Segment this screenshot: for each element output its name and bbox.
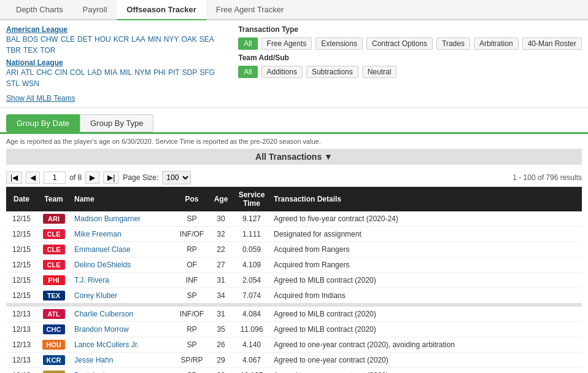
tx-type-btn-5[interactable]: Arbitration	[474, 37, 519, 50]
cell-name[interactable]: Charlie Culberson	[71, 305, 175, 322]
team-badge: ARI	[43, 214, 65, 224]
american-league-label[interactable]: American League	[6, 25, 226, 34]
team-link-tor[interactable]: TOR	[40, 46, 55, 55]
cell-team: ATL	[37, 305, 71, 322]
team-link-cin[interactable]: CIN	[55, 68, 68, 77]
team-link-nyy[interactable]: NYY	[164, 35, 179, 44]
cell-name[interactable]: Emmanuel Clase	[71, 242, 175, 257]
table-row: 12/15 TEX Corey Kluber SP 34 7.074 Acqui…	[6, 288, 582, 305]
cell-age: 31	[209, 305, 233, 322]
tab-offseason-tracker[interactable]: Offseason Tracker	[117, 0, 206, 20]
cell-date: 12/15	[6, 288, 37, 305]
add-sub-btn-3[interactable]: Neutral	[362, 66, 397, 78]
group-by-buttons: Group By DateGroup By Type	[6, 114, 582, 132]
filters-right: Transaction Type AllFree AgentsExtension…	[238, 25, 582, 103]
cell-name[interactable]: Lance McCullers Jr.	[71, 337, 175, 353]
page-number-input[interactable]	[44, 171, 66, 184]
next-page-button[interactable]: ▶	[85, 171, 99, 184]
cell-name[interactable]: Brett Anderson	[71, 368, 175, 374]
tx-type-btn-6[interactable]: 40-Man Roster	[522, 37, 582, 50]
cell-svc: 7.074	[233, 288, 270, 305]
team-link-col[interactable]: COL	[70, 68, 85, 77]
team-link-sea[interactable]: SEA	[199, 35, 214, 44]
last-page-button[interactable]: ▶|	[103, 171, 119, 184]
team-link-min[interactable]: MIN	[148, 35, 161, 44]
team-link-oak[interactable]: OAK	[181, 35, 196, 44]
team-link-det[interactable]: DET	[77, 35, 92, 44]
tx-type-btn-3[interactable]: Contract Options	[366, 37, 433, 50]
col-name[interactable]: Name	[71, 187, 175, 211]
team-link-phi[interactable]: PHI	[153, 68, 166, 77]
col-pos[interactable]: Pos	[175, 187, 209, 211]
col-age[interactable]: Age	[209, 187, 233, 211]
cell-details: Agreed to one-year contract (2020)	[270, 368, 582, 374]
tab-depth-charts[interactable]: Depth Charts	[6, 0, 73, 20]
cell-name[interactable]: Madison Bumgarner	[71, 211, 175, 227]
cell-date: 12/15	[6, 211, 37, 227]
team-link-sdp[interactable]: SDP	[182, 68, 198, 77]
tab-free-agent-tracker[interactable]: Free Agent Tracker	[206, 0, 294, 20]
cell-date: 12/13	[6, 368, 37, 374]
tx-type-btn-2[interactable]: Extensions	[315, 37, 363, 50]
first-page-button[interactable]: |◀	[6, 171, 22, 184]
add-sub-btn-1[interactable]: Additions	[261, 66, 303, 78]
col-service-time[interactable]: ServiceTime	[233, 187, 270, 211]
cell-age: 35	[209, 322, 233, 337]
cell-details: Agreed to one-year contract (2020)	[270, 353, 582, 368]
tx-type-btn-4[interactable]: Trades	[436, 37, 470, 50]
team-link-kcr[interactable]: KCR	[114, 35, 129, 44]
cell-name[interactable]: Brandon Morrow	[71, 322, 175, 337]
team-link-tbr[interactable]: TBR	[6, 46, 21, 55]
cell-name[interactable]: Jesse Hahn	[71, 353, 175, 368]
tx-type-btn-1[interactable]: Free Agents	[261, 37, 312, 50]
national-league-label[interactable]: National League	[6, 58, 226, 67]
tab-payroll[interactable]: Payroll	[73, 0, 117, 20]
cell-pos: SP	[175, 368, 209, 374]
team-link-mil[interactable]: MIL	[120, 68, 132, 77]
cell-svc: 4.109	[233, 257, 270, 273]
team-link-pit[interactable]: PIT	[168, 68, 180, 77]
col-team[interactable]: Team	[37, 187, 71, 211]
team-link-chw[interactable]: CHW	[41, 35, 58, 44]
cell-pos: OF	[175, 257, 209, 273]
col-details[interactable]: Transaction Details	[270, 187, 582, 211]
team-link-tex[interactable]: TEX	[23, 46, 37, 55]
team-link-wsn[interactable]: WSN	[22, 79, 39, 88]
cell-pos: INF	[175, 273, 209, 288]
table-row: 12/15 CLE Emmanuel Clase RP 22 0.059 Acq…	[6, 242, 582, 257]
team-link-stl[interactable]: STL	[6, 79, 20, 88]
team-link-sfg[interactable]: SFG	[199, 68, 215, 77]
team-link-chc[interactable]: CHC	[36, 68, 52, 77]
prev-page-button[interactable]: ◀	[26, 171, 40, 184]
cell-name[interactable]: Delino DeShields	[71, 257, 175, 273]
cell-details: Acquired from Rangers	[270, 257, 582, 273]
cell-date: 12/13	[6, 337, 37, 353]
team-link-ari[interactable]: ARI	[6, 68, 18, 77]
add-sub-btn-0[interactable]: All	[238, 66, 257, 78]
team-link-cle[interactable]: CLE	[61, 35, 75, 44]
team-link-nym[interactable]: NYM	[134, 68, 151, 77]
team-badge: CLE	[43, 245, 65, 254]
cell-team: HOU	[37, 337, 71, 353]
team-link-lad[interactable]: LAD	[88, 68, 102, 77]
cell-name[interactable]: Mike Freeman	[71, 227, 175, 242]
cell-name[interactable]: T.J. Rivera	[71, 273, 175, 288]
show-all-teams[interactable]: Show All MLB Teams	[6, 94, 75, 103]
team-link-laa[interactable]: LAA	[131, 35, 145, 44]
table-title[interactable]: All Transactions ▼	[255, 152, 333, 162]
tx-type-btn-0[interactable]: All	[238, 37, 257, 50]
col-date[interactable]: Date	[6, 187, 37, 211]
team-link-mia[interactable]: MIA	[104, 68, 117, 77]
team-link-bos[interactable]: BOS	[23, 35, 38, 44]
group-by-btn-1[interactable]: Group By Type	[80, 114, 153, 132]
table-row: 12/13 KCR Jesse Hahn SP/RP 29 4.067 Agre…	[6, 353, 582, 368]
cell-details: Agreed to MiLB contract (2020)	[270, 322, 582, 337]
group-by-btn-0[interactable]: Group By Date	[6, 114, 80, 132]
team-link-bal[interactable]: BAL	[6, 35, 20, 44]
cell-name[interactable]: Corey Kluber	[71, 288, 175, 305]
transaction-type-label: Transaction Type	[238, 25, 298, 34]
add-sub-btn-2[interactable]: Subtractions	[306, 66, 358, 78]
team-link-atl[interactable]: ATL	[21, 68, 34, 77]
team-link-hou[interactable]: HOU	[95, 35, 111, 44]
page-size-select[interactable]: 100 50 25	[162, 171, 191, 184]
